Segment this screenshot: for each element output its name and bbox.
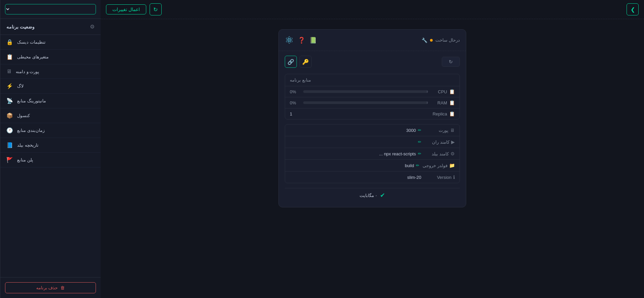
sidebar-item-plan[interactable]: پلن منابع 🚩 [0, 153, 101, 167]
sidebar-app-status: ⚙ وضعیت برنامه [0, 19, 101, 35]
output-folder-edit-icon[interactable]: ✏ [416, 163, 419, 168]
book-icon[interactable]: 📗 [309, 37, 317, 44]
port-row: 🖥 پورت ✏ 3000 [285, 125, 460, 136]
output-folder-row: 📁 فولدر خروجی ✏ build [285, 160, 460, 171]
sidebar-monitoring-icon: 📡 [6, 98, 13, 104]
arrow-right-icon: ❯ [631, 6, 635, 13]
sidebar-item-log[interactable]: لاگ ⚡ [0, 79, 101, 94]
sidebar-log-label: لاگ [17, 84, 23, 89]
port-label: 🖥 پورت [425, 128, 455, 133]
sidebar-port-icon: 🖥 [6, 68, 12, 74]
sidebar-disk-label: تنظیمات دیسک [17, 40, 46, 45]
refresh-button[interactable]: ↻ [150, 3, 162, 15]
cpu-label: 📋 CPU [431, 89, 455, 94]
run-cmd-row: ▶ کامند ران ✏ [285, 136, 460, 148]
react-icon: ⚛ [285, 34, 294, 46]
apply-changes-button[interactable]: اعمال تغییرات [106, 4, 146, 14]
cpu-bar-fill [427, 90, 428, 93]
port-value: ✏ 3000 [290, 128, 421, 133]
main-area: اعمال تغییرات ↻ ❯ درحال ساخت 🔧 📗 ❓ ⚛ [101, 0, 644, 298]
disk-label: ۰ مگابایت [360, 193, 378, 198]
version-label: ℹ Version [425, 175, 455, 180]
sidebar-menu: تنظیمات دیسک 🔒 متغیرهای محیطی 📋 پورت و د… [0, 35, 101, 277]
app-card-header: درحال ساخت 🔧 📗 ❓ ⚛ [279, 30, 466, 51]
key-icon: 🔑 [302, 59, 309, 65]
cpu-bar [303, 90, 428, 93]
toolbar: اعمال تغییرات ↻ ❯ [101, 0, 644, 19]
reload-app-button[interactable]: ↻ [442, 57, 460, 67]
resources-section: منابع برنامه 📋 CPU 0% [285, 74, 460, 119]
replica-row: 📋 Replica 1 [285, 108, 460, 119]
port-icon: 🖥 [450, 128, 455, 133]
sidebar-build-history-icon: 📘 [6, 142, 13, 148]
app-card-header-status: درحال ساخت 🔧 [422, 38, 460, 43]
wrench-icon: 🔧 [422, 38, 427, 43]
sidebar-console-label: کنسول [17, 113, 30, 118]
cpu-copy-icon[interactable]: 📋 [449, 89, 455, 94]
card-top-actions: ↻ 🔑 🔗 [285, 56, 460, 68]
sidebar-monitoring-label: مانیتورینگ منابع [17, 98, 46, 103]
sidebar-item-build-history[interactable]: تاریخچه بیلد 📘 [0, 138, 101, 153]
ram-row: 📋 RAM 0% [285, 97, 460, 108]
sidebar-item-schedule[interactable]: زمان‌بندی منابع 🕐 [0, 123, 101, 138]
reload-icon: ↻ [449, 59, 453, 64]
content-area: درحال ساخت 🔧 📗 ❓ ⚛ ↻ [101, 19, 644, 298]
sidebar-item-port[interactable]: پورت و دامنه 🖥 [0, 64, 101, 79]
delete-app-button[interactable]: 🗑 حذف برنامه [5, 282, 96, 293]
run-cmd-label: ▶ کامند ران [425, 139, 455, 145]
version-row: ℹ Version 20-slim [285, 171, 460, 183]
build-cmd-row: ⚙ کامند بیلد ✏ npx react-scripts ... [285, 148, 460, 160]
version-info-icon: ℹ [453, 175, 455, 180]
card-action-icons: 🔑 🔗 [285, 56, 312, 68]
port-edit-icon[interactable]: ✏ [418, 128, 421, 133]
sidebar-port-label: پورت و دامنه [16, 69, 39, 74]
app-card-body: ↻ 🔑 🔗 منابع برنامه [279, 51, 466, 207]
cpu-row: 📋 CPU 0% [285, 86, 460, 97]
refresh-icon: ↻ [153, 6, 158, 13]
app-card: درحال ساخت 🔧 📗 ❓ ⚛ ↻ [278, 29, 466, 207]
sidebar-item-disk[interactable]: تنظیمات دیسک 🔒 [0, 35, 101, 50]
sidebar-build-history-label: تاریخچه بیلد [17, 143, 39, 148]
build-cmd-edit-icon[interactable]: ✏ [418, 151, 421, 156]
output-folder-label: 📁 فولدر خروجی [423, 163, 455, 168]
key-button[interactable]: 🔑 [300, 56, 312, 68]
info-rows: 🖥 پورت ✏ 3000 ▶ کامند ران [285, 124, 460, 183]
gear-icon[interactable]: ⚙ [90, 23, 95, 30]
ram-label: 📋 RAM [431, 100, 455, 105]
link-button[interactable]: 🔗 [285, 56, 297, 68]
build-status-label: درحال ساخت [435, 38, 460, 43]
sidebar: ⚙ وضعیت برنامه تنظیمات دیسک 🔒 متغیرهای م… [0, 0, 101, 298]
ram-copy-icon[interactable]: 📋 [449, 100, 455, 105]
replica-copy-icon[interactable]: 📋 [449, 111, 455, 116]
build-cmd-value: ✏ npx react-scripts ... [290, 151, 421, 156]
replica-value: 1 [290, 111, 300, 116]
question-icon[interactable]: ❓ [298, 37, 305, 44]
app-selector-dropdown[interactable] [5, 4, 96, 14]
sidebar-top [0, 0, 101, 19]
link-icon: 🔗 [287, 59, 294, 65]
ram-value: 0% [290, 100, 300, 105]
sidebar-disk-icon: 🔒 [6, 39, 13, 45]
delete-icon: 🗑 [60, 285, 65, 290]
disk-row[interactable]: ✔ ۰ مگابایت [285, 188, 460, 202]
build-cmd-icon: ⚙ [450, 151, 455, 156]
sidebar-item-console[interactable]: کنسول 📦 [0, 108, 101, 123]
sidebar-item-monitoring[interactable]: مانیتورینگ منابع 📡 [0, 94, 101, 108]
sidebar-schedule-icon: 🕐 [6, 127, 13, 134]
disk-check-icon: ✔ [380, 192, 385, 199]
replica-label: 📋 Replica [431, 111, 455, 116]
build-cmd-label: ⚙ کامند بیلد [425, 151, 455, 156]
output-folder-value: ✏ build [290, 163, 419, 168]
version-value: 20-slim [290, 175, 421, 180]
run-cmd-icon: ▶ [451, 139, 455, 145]
output-folder-icon: 📁 [449, 163, 455, 168]
run-cmd-edit-icon[interactable]: ✏ [418, 140, 421, 144]
run-cmd-value: ✏ [290, 140, 421, 144]
arrow-right-button[interactable]: ❯ [627, 3, 639, 15]
app-status-label: وضعیت برنامه [6, 24, 35, 30]
sidebar-console-icon: 📦 [6, 112, 13, 119]
sidebar-item-env[interactable]: متغیرهای محیطی 📋 [0, 50, 101, 64]
sidebar-log-icon: ⚡ [6, 83, 13, 89]
sidebar-schedule-label: زمان‌بندی منابع [17, 128, 45, 133]
sidebar-plan-icon: 🚩 [6, 157, 13, 163]
